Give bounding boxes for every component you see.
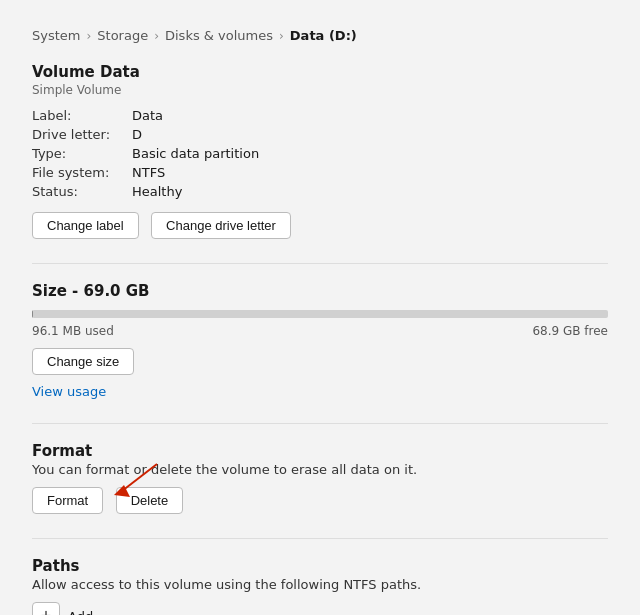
label-value: Data — [132, 107, 608, 124]
type-key: Type: — [32, 145, 132, 162]
volume-subtitle: Simple Volume — [32, 83, 608, 97]
format-section: Format You can format or delete the volu… — [32, 442, 608, 514]
format-description: You can format or delete the volume to e… — [32, 462, 608, 477]
volume-title: Volume Data — [32, 63, 608, 81]
paths-description: Allow access to this volume using the fo… — [32, 577, 608, 592]
volume-properties: Label: Data Drive letter: D Type: Basic … — [32, 107, 608, 200]
volume-section: Volume Data Simple Volume Label: Data Dr… — [32, 63, 608, 239]
label-key: Label: — [32, 107, 132, 124]
format-actions: Format Delete — [32, 487, 191, 514]
size-title: Size - 69.0 GB — [32, 282, 608, 300]
size-used-label: 96.1 MB used — [32, 324, 114, 338]
type-value: Basic data partition — [132, 145, 608, 162]
drive-letter-value: D — [132, 126, 608, 143]
size-labels: 96.1 MB used 68.9 GB free — [32, 324, 608, 338]
divider-3 — [32, 538, 608, 539]
change-size-button[interactable]: Change size — [32, 348, 134, 375]
change-label-button[interactable]: Change label — [32, 212, 139, 239]
breadcrumb-sep-1: › — [86, 29, 91, 43]
breadcrumb-storage[interactable]: Storage — [97, 28, 148, 43]
size-free-label: 68.9 GB free — [532, 324, 608, 338]
divider-1 — [32, 263, 608, 264]
delete-button[interactable]: Delete — [116, 487, 184, 514]
drive-letter-key: Drive letter: — [32, 126, 132, 143]
paths-section: Paths Allow access to this volume using … — [32, 557, 608, 615]
change-drive-letter-button[interactable]: Change drive letter — [151, 212, 291, 239]
breadcrumb: System › Storage › Disks & volumes › Dat… — [32, 28, 608, 43]
divider-2 — [32, 423, 608, 424]
change-size-row: Change size — [32, 348, 608, 375]
filesystem-key: File system: — [32, 164, 132, 181]
size-section: Size - 69.0 GB 96.1 MB used 68.9 GB free… — [32, 282, 608, 399]
add-path-row: + Add — [32, 602, 608, 615]
breadcrumb-system[interactable]: System — [32, 28, 80, 43]
paths-title: Paths — [32, 557, 608, 575]
format-title: Format — [32, 442, 608, 460]
view-usage-link[interactable]: View usage — [32, 384, 106, 399]
add-path-button[interactable]: + — [32, 602, 60, 615]
breadcrumb-sep-2: › — [154, 29, 159, 43]
breadcrumb-sep-3: › — [279, 29, 284, 43]
add-path-label: Add — [68, 609, 93, 616]
volume-actions: Change label Change drive letter — [32, 212, 608, 239]
size-progress-bar — [32, 310, 608, 318]
size-progress-fill — [32, 310, 33, 318]
filesystem-value: NTFS — [132, 164, 608, 181]
breadcrumb-current: Data (D:) — [290, 28, 357, 43]
status-key: Status: — [32, 183, 132, 200]
format-button[interactable]: Format — [32, 487, 103, 514]
status-value: Healthy — [132, 183, 608, 200]
breadcrumb-disks[interactable]: Disks & volumes — [165, 28, 273, 43]
